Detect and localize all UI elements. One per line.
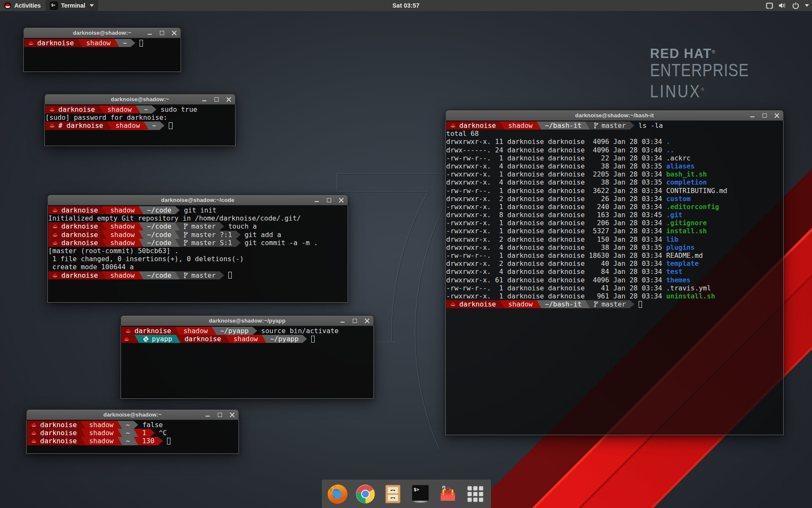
command-text: git init — [184, 206, 217, 214]
command-text: git add a — [244, 231, 281, 239]
powerline-separator — [81, 437, 85, 445]
dock-item-terminal[interactable]: $> — [410, 484, 431, 504]
powerline-arrow — [158, 437, 163, 445]
dock-item-chrome[interactable] — [355, 484, 376, 504]
chevron-down-icon — [805, 4, 809, 7]
maximize-button[interactable] — [326, 198, 332, 203]
prompt-segment-host: shadow — [112, 121, 144, 130]
terminal-line: -rwxrwxr-x. 1 darknoise darknoise 206 Ja… — [446, 219, 783, 227]
titlebar[interactable]: darknoise@shadow:~/code — [47, 195, 348, 205]
terminal-line: darknoiseshadow~1^C — [27, 429, 239, 437]
prompt-segment-text: ~/bash-it — [545, 300, 582, 308]
terminal-body[interactable]: darknoiseshadow~/pyappsource bin/activat… — [121, 326, 374, 399]
terminal-body[interactable]: darknoiseshadow~sudo true[sudo] password… — [44, 105, 236, 146]
prompt-segment-path: ~ — [119, 39, 131, 47]
close-button[interactable] — [365, 318, 370, 323]
terminal-body[interactable]: darknoiseshadow~ — [23, 38, 181, 72]
powerline-separator — [212, 327, 217, 335]
ls-fields: -rwxrwxr-x. 1 darknoise darknoise 961 Ja… — [446, 292, 666, 300]
powerline-separator — [139, 231, 143, 239]
app-menu-terminal[interactable]: $> Terminal — [46, 0, 98, 11]
terminal-window-w5: darknoise@shadow:~ darknoiseshadow~false… — [26, 409, 239, 454]
output-text: [master (root-commit) 50bcb63] . — [48, 247, 178, 255]
titlebar[interactable]: darknoise@shadow:~/bash-it — [445, 110, 784, 121]
close-button[interactable] — [339, 198, 344, 203]
window-title: darknoise@shadow:~/code — [161, 197, 234, 203]
prompt-segment-text: # darknoise — [58, 121, 103, 130]
prompt-segment-text: ~ — [126, 429, 130, 437]
ls-filename: CONTRIBUTING.md — [666, 187, 727, 195]
firefox-icon — [328, 484, 348, 504]
system-status-area[interactable] — [766, 0, 809, 11]
ls-fields: drwxrwxr-x. 4 darknoise darknoise 84 Jan… — [446, 268, 666, 276]
prompt-segment-text: ~ — [152, 121, 156, 130]
powerline-separator — [175, 231, 180, 239]
registered-mark: ® — [712, 49, 716, 54]
titlebar[interactable]: darknoise@shadow:~ — [44, 94, 236, 105]
prompt-segment-text: ~ — [144, 105, 148, 113]
activities-button[interactable]: Activities — [0, 0, 46, 11]
terminal-window-w1: darknoise@shadow:~ darknoiseshadow~ — [23, 28, 181, 72]
powerline-separator — [500, 121, 505, 130]
maximize-button[interactable] — [159, 30, 165, 36]
minimize-button[interactable] — [147, 30, 152, 36]
close-button[interactable] — [230, 412, 235, 417]
titlebar[interactable]: darknoise@shadow:~ — [23, 28, 181, 38]
maximize-button[interactable] — [762, 113, 767, 118]
terminal-window-w3: darknoise@shadow:~/code darknoiseshadow~… — [47, 195, 348, 303]
powerline-arrow — [219, 222, 224, 230]
powerline-separator — [176, 335, 181, 343]
ls-filename: . — [666, 138, 670, 146]
minimize-button[interactable] — [202, 97, 207, 102]
terminal-body[interactable]: darknoiseshadow~/codegit initInitialized… — [47, 205, 348, 303]
prompt-segment-text: darknoise — [40, 437, 77, 445]
close-button[interactable] — [172, 30, 177, 36]
close-button[interactable] — [774, 113, 779, 118]
dock-item-app-grid[interactable] — [465, 484, 486, 504]
dock-item-files[interactable] — [383, 484, 403, 504]
git-branch-icon — [184, 240, 188, 246]
git-branch-icon — [184, 232, 188, 238]
ls-filename: .. — [666, 146, 674, 154]
terminal-line: -rwxrwxr-x. 1 darknoise darknoise 240 Ja… — [446, 203, 783, 211]
ls-fields: -rw-rw-r--. 1 darknoise darknoise 18630 … — [446, 251, 666, 260]
titlebar[interactable]: darknoise@shadow:~/pyapp — [121, 315, 374, 326]
window-title: darknoise@shadow:~ — [73, 30, 131, 36]
dock-item-firefox[interactable] — [328, 484, 348, 504]
minimize-button[interactable] — [340, 318, 345, 323]
ls-fields: -rw-rw-r--. 1 darknoise darknoise 22 Jan… — [446, 154, 666, 162]
powerline-arrow — [236, 231, 241, 239]
minimize-button[interactable] — [205, 412, 210, 417]
prompt-segment-user: darknoise — [48, 206, 102, 214]
prompt-segment-text: shadow — [89, 429, 114, 437]
minimize-button[interactable] — [750, 113, 755, 118]
prompt-segment-text: shadow — [86, 39, 111, 47]
powerline-separator — [81, 429, 85, 437]
prompt-segment-venv: pyapp — [139, 335, 176, 343]
titlebar[interactable]: darknoise@shadow:~ — [26, 409, 239, 420]
prompt-segment-user: darknoise — [27, 421, 81, 429]
prompt-segment-text: 130 — [142, 437, 154, 445]
powerline-separator — [102, 222, 107, 230]
dock-item-toolbox[interactable] — [438, 484, 458, 504]
close-button[interactable] — [226, 97, 231, 102]
terminal-body[interactable]: darknoiseshadow~false darknoiseshadow~1^… — [26, 420, 239, 454]
powerline-separator — [102, 231, 107, 239]
minimize-button[interactable] — [314, 198, 319, 203]
powerline-separator — [500, 300, 505, 308]
maximize-button[interactable] — [217, 412, 222, 417]
ls-fields: -rw-rw-r--. 1 darknoise darknoise 3622 J… — [446, 187, 666, 195]
prompt-segment-text: ~/code — [147, 271, 172, 279]
maximize-button[interactable] — [214, 97, 219, 102]
clock[interactable]: Sat 03:57 — [392, 0, 420, 11]
terminal-line: darknoiseshadow~/bash-it master — [446, 300, 783, 308]
terminal-line: drwxrwxr-x. 4 darknoise darknoise 38 Jan… — [446, 243, 783, 251]
terminal-line: drwx------. 24 darknoise darknoise 4096 … — [446, 146, 783, 154]
terminal-body[interactable]: darknoiseshadow~/bash-it masterls -latot… — [445, 121, 784, 435]
maximize-button[interactable] — [352, 318, 357, 323]
powerline-separator — [136, 105, 140, 113]
prompt-segment-text: darknoise — [134, 327, 171, 335]
prompt-segment-text: ~/code — [147, 239, 172, 247]
powerline-separator — [107, 121, 112, 130]
prompt-segment-host: shadow — [107, 231, 139, 239]
